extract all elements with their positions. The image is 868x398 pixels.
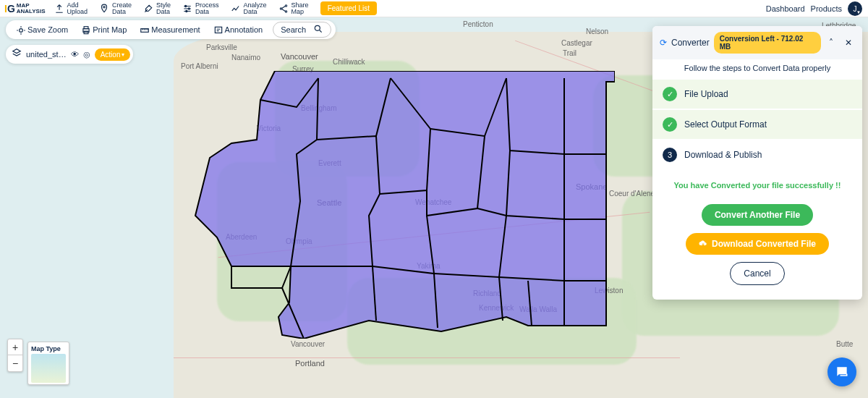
nav-add-upload[interactable]: AddUpload [50,2,93,15]
step-label: File Upload [684,89,728,99]
share-icon [278,4,289,14]
panel-actions: Convert Another File Download Converted … [652,200,862,300]
toolbar-label: Annotation [225,25,263,34]
svg-rect-12 [215,27,221,33]
tool-items: AddUpload CreateData StyleData ProcessDa… [50,1,378,15]
layer-chip: united_st… 👁 ◎ Action [6,45,133,64]
print-map-button[interactable]: Print Map [75,20,132,39]
avatar[interactable]: J [848,1,862,16]
step-file-upload[interactable]: ✓ File Upload [652,80,862,110]
svg-rect-9 [84,27,88,29]
sliders-icon [182,4,192,14]
zoom-out-button[interactable]: − [8,355,22,371]
visibility-icon[interactable]: 👁 [71,50,79,59]
toolbar-label: Save Zoom [27,25,68,34]
map-type-thumb [31,354,66,383]
layer-name: united_st… [26,50,67,59]
step-download-publish[interactable]: 3 Download & Publish [652,140,862,171]
svg-point-5 [285,4,286,6]
nav-label: Data [112,8,126,15]
panel-header: ⟳ Converter Conversion Left - 712.02 MB … [652,26,862,59]
pin-icon [99,4,109,14]
logo-text-2: ANALYSIS [17,9,46,14]
check-icon: ✓ [663,117,677,132]
toolbar-label: Measurement [151,25,200,34]
nav-style-data[interactable]: StyleData [139,2,175,15]
logo[interactable]: IG MAP ANALYSIS [4,3,46,14]
save-zoom-button[interactable]: Save Zoom [10,20,74,39]
convert-another-button[interactable]: Convert Another File [702,204,813,226]
zoom-in-button[interactable]: + [8,339,22,355]
annotation-icon [213,25,222,34]
step-number: 3 [663,148,677,162]
steps-list: ✓ File Upload ✓ Select Output Format 3 D… [652,80,862,171]
panel-title: Converter [671,38,710,48]
nav-label: Data [195,8,209,15]
featured-list-button[interactable]: Featured List [320,1,377,15]
svg-point-6 [285,10,286,12]
logo-mark: IG [4,3,15,14]
nav-analyze-data[interactable]: AnalyzeData [226,2,271,15]
layer-icon [12,48,22,61]
quota-badge: Conversion Left - 712.02 MB [714,32,821,54]
layer-action-button[interactable]: Action [95,48,131,61]
step-output-format[interactable]: ✓ Select Output Format [652,110,862,140]
nav-label: Data [244,8,258,15]
nav-label: Data [156,8,170,15]
chat-launcher[interactable] [827,357,856,386]
annotation-button[interactable]: Annotation [208,20,269,39]
ruler-icon [140,25,148,34]
svg-rect-10 [84,31,88,34]
nav-label: Map [292,8,305,15]
cancel-button[interactable]: Cancel [730,262,784,285]
nav-share-map[interactable]: ShareMap [274,2,313,15]
top-toolbar: IG MAP ANALYSIS AddUpload CreateData Sty… [0,0,868,17]
toolbar-label: Print Map [93,25,127,34]
step-label: Select Output Format [684,119,767,130]
state-overlay [188,71,615,339]
refresh-icon[interactable]: ⟳ [660,38,667,48]
road [174,357,680,358]
printer-icon [81,25,90,34]
upload-icon [54,4,64,14]
svg-point-7 [20,29,23,33]
map-type-label: Map Type [31,345,66,352]
brush-icon [143,4,153,14]
converter-panel: ⟳ Converter Conversion Left - 712.02 MB … [652,26,862,300]
button-label: Download Converted File [712,239,816,249]
collapse-icon[interactable]: ˄ [825,38,838,48]
download-converted-button[interactable]: Download Converted File [686,233,829,255]
close-icon[interactable]: ✕ [842,38,855,48]
products-link[interactable]: Products [811,4,842,13]
analytics-icon [231,4,241,14]
dashboard-link[interactable]: Dashboard [766,4,805,13]
svg-point-4 [280,7,281,9]
measurement-button[interactable]: Measurement [134,20,205,39]
nav-label: Upload [67,8,88,15]
map-type-selector[interactable]: Map Type [27,342,69,385]
search-input[interactable]: Search [273,22,331,38]
search-icon [313,24,323,35]
success-message: You have Converted your file successfull… [652,171,862,200]
zoom-control: + − [7,339,23,372]
header-right: Dashboard Products J [766,0,862,17]
locate-icon[interactable]: ◎ [83,50,90,59]
city-label: Penticton [463,20,493,28]
step-label: Download & Publish [684,150,762,160]
check-icon: ✓ [663,87,677,101]
search-placeholder: Search [281,25,306,34]
chat-icon [835,365,849,379]
map-toolbar: Save Zoom Print Map Measurement Annotati… [6,20,336,39]
target-icon [16,25,25,34]
nav-create-data[interactable]: CreateData [95,2,136,15]
cloud-download-icon [699,240,707,248]
svg-point-0 [103,6,105,7]
svg-point-13 [315,25,320,30]
nav-process-data[interactable]: ProcessData [178,2,224,15]
panel-subtitle: Follow the steps to Convert Data properl… [652,59,862,80]
